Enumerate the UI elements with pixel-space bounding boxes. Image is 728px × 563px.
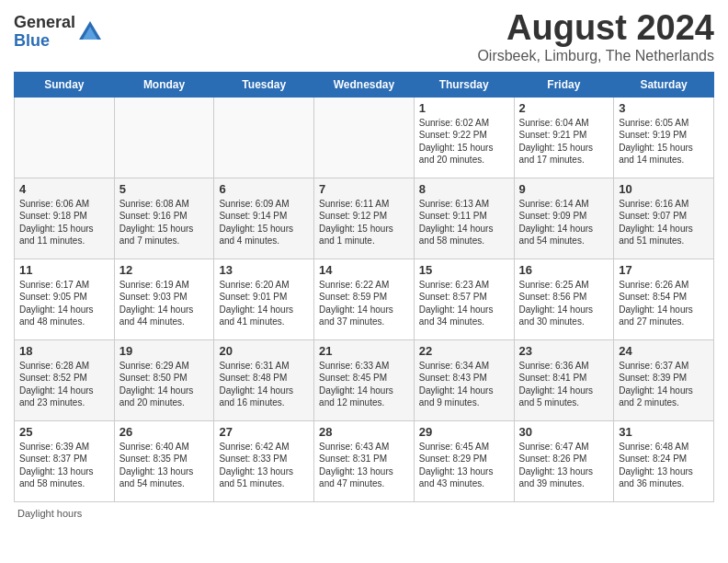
day-info: Sunrise: 6:14 AM <box>519 198 609 211</box>
dow-header-monday: Monday <box>114 72 214 97</box>
calendar-cell: 8Sunrise: 6:13 AMSunset: 9:11 PMDaylight… <box>414 178 514 259</box>
calendar-cell: 22Sunrise: 6:34 AMSunset: 8:43 PMDayligh… <box>414 339 514 420</box>
calendar-table: SundayMondayTuesdayWednesdayThursdayFrid… <box>14 72 714 502</box>
dow-header-saturday: Saturday <box>614 72 714 97</box>
logo-general-text: General <box>14 14 75 32</box>
day-info: Sunrise: 6:13 AM <box>419 198 509 211</box>
day-info: Sunrise: 6:31 AM <box>219 360 309 373</box>
day-number: 20 <box>219 344 309 358</box>
calendar-cell: 27Sunrise: 6:42 AMSunset: 8:33 PMDayligh… <box>214 420 314 501</box>
day-info: Sunset: 8:26 PM <box>519 453 609 465</box>
day-info: Sunrise: 6:28 AM <box>19 360 109 373</box>
day-info: Sunset: 8:29 PM <box>419 453 509 465</box>
day-info: Sunset: 8:37 PM <box>19 453 109 465</box>
day-number: 3 <box>619 101 709 115</box>
day-number: 2 <box>519 101 609 115</box>
day-info: Daylight: 13 hours and 39 minutes. <box>519 465 609 490</box>
week-row-5: 25Sunrise: 6:39 AMSunset: 8:37 PMDayligh… <box>15 420 714 501</box>
day-number: 18 <box>19 344 109 358</box>
dow-header-thursday: Thursday <box>414 72 514 97</box>
day-number: 11 <box>19 263 109 277</box>
day-info: Daylight: 14 hours and 51 minutes. <box>619 223 709 247</box>
day-info: Sunrise: 6:45 AM <box>419 441 509 454</box>
day-info: Sunrise: 6:36 AM <box>519 360 609 373</box>
day-info: Sunrise: 6:40 AM <box>119 441 210 454</box>
day-number: 10 <box>619 182 709 196</box>
day-info: Sunset: 9:16 PM <box>119 210 210 223</box>
calendar-cell: 13Sunrise: 6:20 AMSunset: 9:01 PMDayligh… <box>214 259 314 339</box>
day-info: Sunrise: 6:34 AM <box>419 360 509 373</box>
day-info: Sunrise: 6:42 AM <box>219 441 309 454</box>
day-number: 16 <box>519 263 609 277</box>
day-number: 6 <box>219 182 309 196</box>
day-info: Sunrise: 6:06 AM <box>19 198 109 211</box>
calendar-cell: 26Sunrise: 6:40 AMSunset: 8:35 PMDayligh… <box>114 420 214 501</box>
day-info: Daylight: 14 hours and 30 minutes. <box>519 304 609 328</box>
day-info: Sunrise: 6:17 AM <box>19 279 109 292</box>
day-number: 8 <box>419 182 509 196</box>
page-header: General Blue August 2024 Oirsbeek, Limbu… <box>14 9 714 64</box>
calendar-cell: 24Sunrise: 6:37 AMSunset: 8:39 PMDayligh… <box>614 339 714 420</box>
day-number: 12 <box>119 263 210 277</box>
day-info: Daylight: 15 hours and 7 minutes. <box>119 223 210 247</box>
week-row-2: 4Sunrise: 6:06 AMSunset: 9:18 PMDaylight… <box>15 178 714 259</box>
week-row-1: 1Sunrise: 6:02 AMSunset: 9:22 PMDaylight… <box>15 97 714 178</box>
day-info: Daylight: 13 hours and 47 minutes. <box>319 465 409 490</box>
day-info: Daylight: 14 hours and 12 minutes. <box>319 385 409 409</box>
day-info: Daylight: 14 hours and 34 minutes. <box>419 304 509 328</box>
day-info: Daylight: 13 hours and 54 minutes. <box>119 465 210 490</box>
day-info: Sunset: 8:52 PM <box>19 372 109 385</box>
calendar-cell: 28Sunrise: 6:43 AMSunset: 8:31 PMDayligh… <box>314 420 415 501</box>
calendar-cell: 7Sunrise: 6:11 AMSunset: 9:12 PMDaylight… <box>314 178 415 259</box>
day-info: Sunrise: 6:02 AM <box>419 117 509 130</box>
days-of-week-row: SundayMondayTuesdayWednesdayThursdayFrid… <box>15 72 714 97</box>
day-info: Daylight: 14 hours and 48 minutes. <box>19 304 109 328</box>
day-info: Daylight: 14 hours and 58 minutes. <box>419 223 509 247</box>
day-number: 22 <box>419 344 509 358</box>
logo: General Blue <box>14 14 103 51</box>
day-info: Sunset: 8:31 PM <box>319 453 409 465</box>
day-info: Sunrise: 6:26 AM <box>619 279 709 292</box>
day-info: Sunset: 9:19 PM <box>619 129 709 142</box>
day-number: 25 <box>19 425 109 439</box>
day-number: 13 <box>219 263 309 277</box>
day-info: Sunset: 8:57 PM <box>419 291 509 304</box>
month-title: August 2024 <box>477 9 714 48</box>
day-info: Sunset: 9:22 PM <box>419 129 509 142</box>
day-info: Daylight: 15 hours and 14 minutes. <box>619 142 709 167</box>
day-info: Sunset: 8:33 PM <box>219 453 309 465</box>
day-info: Sunset: 9:14 PM <box>219 210 309 223</box>
day-number: 14 <box>319 263 409 277</box>
day-number: 19 <box>119 344 210 358</box>
day-info: Sunset: 9:09 PM <box>519 210 609 223</box>
day-info: Daylight: 14 hours and 37 minutes. <box>319 304 409 328</box>
logo-blue-text: Blue <box>14 32 75 51</box>
day-info: Daylight: 15 hours and 4 minutes. <box>219 223 309 247</box>
day-info: Sunrise: 6:37 AM <box>619 360 709 373</box>
day-info: Sunset: 8:43 PM <box>419 372 509 385</box>
day-info: Sunset: 9:03 PM <box>119 291 210 304</box>
day-number: 17 <box>619 263 709 277</box>
day-info: Sunrise: 6:33 AM <box>319 360 409 373</box>
day-info: Daylight: 13 hours and 43 minutes. <box>419 465 509 490</box>
calendar-cell: 2Sunrise: 6:04 AMSunset: 9:21 PMDaylight… <box>514 97 614 178</box>
day-info: Sunset: 9:05 PM <box>19 291 109 304</box>
calendar-cell: 4Sunrise: 6:06 AMSunset: 9:18 PMDaylight… <box>15 178 115 259</box>
day-number: 21 <box>319 344 409 358</box>
day-info: Sunset: 8:48 PM <box>219 372 309 385</box>
day-info: Sunrise: 6:20 AM <box>219 279 309 292</box>
day-info: Sunset: 8:59 PM <box>319 291 409 304</box>
day-info: Daylight: 14 hours and 23 minutes. <box>19 385 109 409</box>
day-info: Sunrise: 6:09 AM <box>219 198 309 211</box>
day-number: 24 <box>619 344 709 358</box>
calendar-cell: 10Sunrise: 6:16 AMSunset: 9:07 PMDayligh… <box>614 178 714 259</box>
calendar-cell: 14Sunrise: 6:22 AMSunset: 8:59 PMDayligh… <box>314 259 415 339</box>
day-info: Daylight: 13 hours and 51 minutes. <box>219 465 309 490</box>
day-info: Sunset: 9:12 PM <box>319 210 409 223</box>
day-info: Sunset: 8:50 PM <box>119 372 210 385</box>
day-info: Sunset: 8:35 PM <box>119 453 210 465</box>
day-info: Sunrise: 6:04 AM <box>519 117 609 130</box>
day-info: Daylight: 15 hours and 1 minute. <box>319 223 409 247</box>
calendar-cell: 19Sunrise: 6:29 AMSunset: 8:50 PMDayligh… <box>114 339 214 420</box>
calendar-cell: 6Sunrise: 6:09 AMSunset: 9:14 PMDaylight… <box>214 178 314 259</box>
